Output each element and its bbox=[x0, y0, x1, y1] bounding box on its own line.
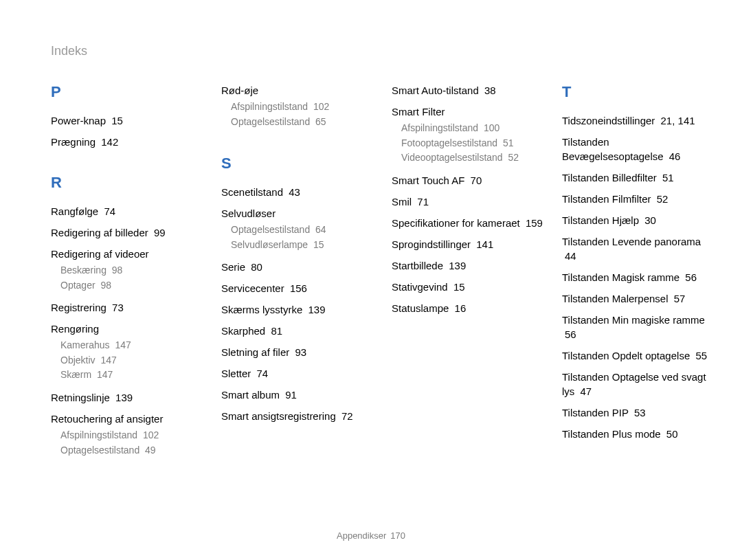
entry-label: Smart Auto-tilstand bbox=[392, 85, 479, 96]
sub-label: Afspilningstilstand bbox=[231, 101, 308, 112]
sub-page: 147 bbox=[97, 369, 113, 380]
entry-page: 15 bbox=[453, 281, 465, 293]
entry-label: Rangfølge bbox=[51, 205, 98, 217]
entry-label: Tidszoneindstillinger bbox=[562, 115, 655, 126]
entry-page: 71 bbox=[417, 196, 429, 208]
entry-page: 74 bbox=[257, 368, 269, 379]
index-entry: Sprogindstillinger 141 bbox=[392, 237, 543, 251]
index-group: Redigering af videoer Beskæring 98 Optag… bbox=[51, 247, 202, 292]
entry-label: Skarphed bbox=[221, 325, 265, 337]
letter-s: S bbox=[221, 155, 372, 172]
page-header: Indeks bbox=[51, 44, 691, 58]
entry-page: 159 bbox=[526, 217, 543, 229]
sub-label: Skærm bbox=[60, 369, 91, 380]
entry-page: 72 bbox=[341, 410, 353, 422]
entry-page: 21, 141 bbox=[661, 115, 695, 126]
index-entry: Statuslampe 16 bbox=[392, 301, 543, 315]
index-entry: Tilstanden Plus mode 50 bbox=[562, 427, 713, 441]
entry-label: Registrering bbox=[51, 302, 106, 313]
entry-label: Startbillede bbox=[392, 260, 443, 271]
index-entry: Smart Touch AF 70 bbox=[392, 173, 543, 188]
index-entry: Tilstanden Magisk ramme 56 bbox=[562, 270, 713, 284]
entry-page: 56 bbox=[565, 328, 576, 340]
entry-label: Power-knap bbox=[51, 115, 106, 126]
index-entry: Smart album 91 bbox=[221, 388, 372, 402]
sub-page: 100 bbox=[484, 122, 499, 133]
index-entry: Retningslinje 139 bbox=[51, 390, 202, 405]
index-entry: Prægning 142 bbox=[51, 135, 202, 149]
sub-label: Fotooptagelsestilstand bbox=[401, 137, 497, 148]
index-entry: Stativgevind 15 bbox=[392, 280, 543, 294]
index-group: Rengøring Kamerahus 147 Objektiv 147 Skæ… bbox=[51, 322, 202, 382]
sub-page: 51 bbox=[503, 137, 514, 148]
sub-label: Beskæring bbox=[60, 265, 106, 276]
sub-page: 49 bbox=[145, 445, 156, 456]
entry-label: Prægning bbox=[51, 136, 95, 148]
index-subentry: Afspilningstilstand 100 bbox=[401, 122, 543, 135]
sub-label: Optager bbox=[60, 280, 95, 291]
index-subentry: Skærm 147 bbox=[60, 368, 202, 382]
index-entry: Tilstanden Min magiske ramme 56 bbox=[562, 313, 713, 341]
entry-page: 99 bbox=[154, 227, 166, 238]
entry-page: 52 bbox=[657, 193, 668, 205]
index-group: Retouchering af ansigter Afspilningstils… bbox=[51, 412, 202, 457]
index-entry: Serie 80 bbox=[221, 260, 372, 274]
index-subentry: Kamerahus 147 bbox=[60, 339, 202, 352]
entry-label: Scenetilstand bbox=[221, 186, 283, 198]
index-entry: Tilstanden Hjælp 30 bbox=[562, 213, 713, 227]
entry-page: 55 bbox=[695, 350, 707, 361]
index-subentry: Videooptagelsestilstand 52 bbox=[401, 151, 543, 165]
index-subentry: Optagelsestilstand 65 bbox=[231, 115, 372, 129]
index-entry: Smart Auto-tilstand 38 bbox=[392, 83, 543, 98]
index-entry: Startbillede 139 bbox=[392, 258, 543, 273]
entry-label: Sletter bbox=[221, 368, 251, 379]
index-subentry: Optagelsestilstand 49 bbox=[60, 444, 202, 458]
entry-label: Rengøring bbox=[51, 323, 99, 335]
index-subentry: Beskæring 98 bbox=[60, 264, 202, 278]
entry-label: Sprogindstillinger bbox=[392, 238, 471, 250]
index-entry: Tilstanden Filmfilter 52 bbox=[562, 192, 713, 206]
entry-label: Redigering af billeder bbox=[51, 227, 148, 238]
index-entry: Selvudløser bbox=[221, 206, 372, 221]
entry-label: Stativgevind bbox=[392, 281, 448, 293]
sub-label: Optagelsestilstand bbox=[60, 445, 139, 456]
entry-page: 142 bbox=[101, 136, 118, 148]
entry-page: 156 bbox=[290, 282, 307, 294]
index-entry: Rangfølge 74 bbox=[51, 204, 202, 219]
index-entry: Sletning af filer 93 bbox=[221, 345, 372, 359]
index-columns: P Power-knap 15 Prægning 142 R Rangfølge… bbox=[51, 83, 691, 465]
entry-label: Smil bbox=[392, 196, 412, 208]
column-3: Smart Auto-tilstand 38 Smart Filter Afsp… bbox=[392, 83, 543, 465]
sub-page: 102 bbox=[143, 429, 159, 440]
sub-page: 98 bbox=[112, 265, 123, 276]
entry-label: Tilstanden Opdelt optagelse bbox=[562, 350, 690, 361]
sub-label: Optagelsestilstand bbox=[231, 116, 310, 127]
entry-page: 93 bbox=[295, 346, 306, 358]
index-entry: Tilstanden Bevægelsesoptagelse 46 bbox=[562, 135, 713, 164]
index-entry: Smil 71 bbox=[392, 194, 543, 209]
index-entry: Rengøring bbox=[51, 322, 202, 336]
entry-label: Servicecenter bbox=[221, 282, 284, 294]
index-entry: Rød-øje bbox=[221, 83, 372, 98]
entry-label: Skærms lysstyrke bbox=[221, 304, 302, 315]
index-entry: Tilstanden Malerpensel 57 bbox=[562, 291, 713, 306]
index-entry: Smart ansigtsregistrering 72 bbox=[221, 409, 372, 423]
entry-label: Retningslinje bbox=[51, 392, 110, 403]
entry-label: Tilstanden PIP bbox=[562, 407, 629, 418]
sub-page: 65 bbox=[315, 116, 326, 127]
sub-label: Afspilningstilstand bbox=[401, 122, 478, 133]
index-entry: Tilstanden Optagelse ved svagt lys 47 bbox=[562, 370, 713, 399]
entry-label: Selvudløser bbox=[221, 208, 276, 219]
entry-page: 30 bbox=[644, 214, 656, 226]
entry-label: Tilstanden Hjælp bbox=[562, 214, 639, 226]
entry-label: Tilstanden Bevægelsesoptagelse bbox=[562, 136, 664, 162]
entry-label: Redigering af videoer bbox=[51, 248, 149, 260]
sub-page: 15 bbox=[313, 239, 324, 250]
entry-page: 16 bbox=[455, 302, 466, 314]
sub-page: 52 bbox=[508, 152, 519, 163]
sub-label: Afspilningstilstand bbox=[60, 429, 137, 440]
sub-label: Videooptagelsestilstand bbox=[401, 152, 503, 163]
entry-label: Sletning af filer bbox=[221, 346, 289, 358]
sub-page: 147 bbox=[100, 355, 116, 366]
entry-label: Tilstanden Min magiske ramme bbox=[562, 314, 705, 326]
